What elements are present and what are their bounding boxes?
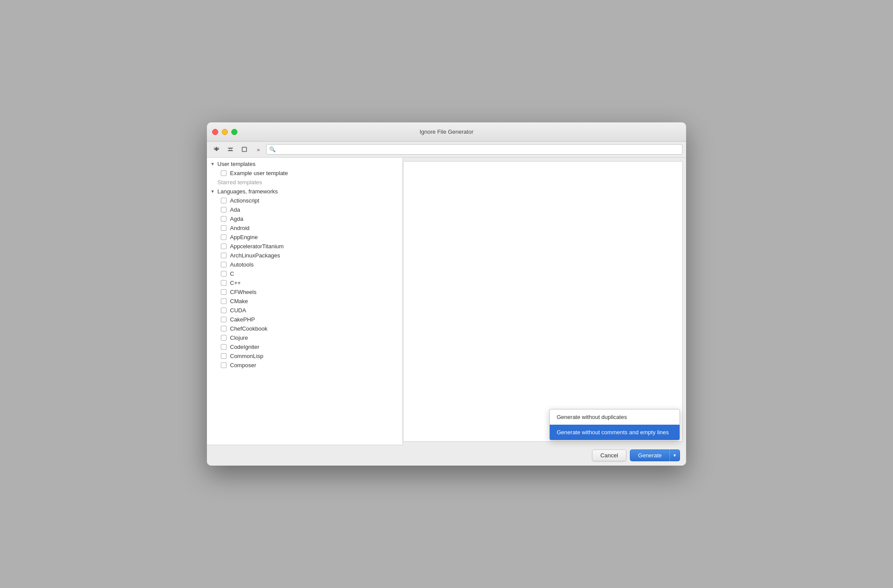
expand-all-button[interactable] [210, 145, 223, 154]
generate-arrow-button[interactable]: ▾ [670, 449, 680, 461]
footer: Cancel Generate ▾ [207, 445, 686, 466]
appceleratortitanium-label: AppceleratorTitanium [230, 243, 284, 250]
starred-templates-label: Starred templates [207, 178, 403, 187]
user-templates-label: User templates [217, 161, 255, 167]
left-panel: ▼ User templates Example user template S… [207, 158, 403, 445]
android-item[interactable]: Android [207, 223, 403, 233]
title-bar: Ignore File Generator [207, 122, 686, 142]
languages-frameworks-group[interactable]: ▼ Languages, frameworks [207, 187, 403, 196]
actionscript-label: Actionscript [230, 197, 259, 204]
minimize-button[interactable] [222, 129, 228, 135]
svg-rect-5 [242, 147, 247, 152]
cpp-label: C++ [230, 280, 241, 286]
generate-group: Generate ▾ [630, 449, 680, 461]
ada-item[interactable]: Ada [207, 205, 403, 214]
generate-button[interactable]: Generate [630, 449, 670, 461]
user-templates-triangle: ▼ [210, 162, 216, 166]
actionscript-checkbox[interactable] [221, 198, 227, 203]
agda-item[interactable]: Agda [207, 214, 403, 223]
composer-item[interactable]: Composer [207, 361, 403, 370]
archlinuxpackages-checkbox[interactable] [221, 253, 227, 258]
cmake-item[interactable]: CMake [207, 297, 403, 306]
autotools-label: Autotools [230, 261, 254, 268]
main-window: Ignore File Generator [207, 122, 686, 466]
chefcookbook-checkbox[interactable] [221, 326, 227, 331]
commonlisp-item[interactable]: CommonLisp [207, 351, 403, 361]
tree-section: ▼ User templates Example user template S… [207, 158, 403, 372]
cfwheels-item[interactable]: CFWheels [207, 287, 403, 297]
cakephp-checkbox[interactable] [221, 317, 227, 322]
close-button[interactable] [212, 129, 218, 135]
codeigniter-item[interactable]: CodeIgniter [207, 342, 403, 351]
cakephp-item[interactable]: CakePHP [207, 315, 403, 324]
appceleratortitanium-checkbox[interactable] [221, 243, 227, 249]
generate-arrow-icon: ▾ [673, 453, 676, 458]
ada-label: Ada [230, 206, 240, 213]
cpp-checkbox[interactable] [221, 280, 227, 286]
example-user-template-item[interactable]: Example user template [207, 169, 403, 178]
traffic-lights [212, 129, 237, 135]
clojure-checkbox[interactable] [221, 335, 227, 341]
languages-label: Languages, frameworks [217, 188, 278, 195]
generate-without-duplicates-item[interactable]: Generate without duplicates [550, 409, 680, 425]
languages-triangle: ▼ [210, 189, 216, 194]
chefcookbook-item[interactable]: ChefCookbook [207, 324, 403, 333]
android-checkbox[interactable] [221, 225, 227, 231]
appengine-checkbox[interactable] [221, 234, 227, 240]
c-label: C [230, 270, 234, 277]
android-label: Android [230, 225, 250, 231]
agda-checkbox[interactable] [221, 216, 227, 222]
search-icon: 🔍 [269, 146, 276, 152]
actionscript-item[interactable]: Actionscript [207, 196, 403, 205]
appceleratortitanium-item[interactable]: AppceleratorTitanium [207, 242, 403, 251]
example-user-template-label: Example user template [230, 170, 288, 176]
chefcookbook-label: ChefCookbook [230, 325, 267, 332]
cuda-label: CUDA [230, 307, 246, 314]
right-panel [403, 161, 683, 442]
codeigniter-checkbox[interactable] [221, 344, 227, 350]
composer-label: Composer [230, 362, 256, 368]
autotools-checkbox[interactable] [221, 262, 227, 267]
cfwheels-checkbox[interactable] [221, 289, 227, 295]
agda-label: Agda [230, 216, 243, 222]
commonlisp-checkbox[interactable] [221, 353, 227, 359]
codeigniter-label: CodeIgniter [230, 344, 259, 350]
appengine-label: AppEngine [230, 234, 258, 240]
cmake-checkbox[interactable] [221, 298, 227, 304]
cmake-label: CMake [230, 298, 248, 304]
generate-dropdown-menu: Generate without duplicates Generate wit… [549, 409, 680, 440]
window-title: Ignore File Generator [419, 128, 474, 135]
generate-without-comments-label: Generate without comments and empty line… [557, 429, 669, 436]
more-button[interactable]: » [252, 145, 264, 154]
autotools-item[interactable]: Autotools [207, 260, 403, 269]
archlinuxpackages-label: ArchLinuxPackages [230, 252, 280, 259]
archlinuxpackages-item[interactable]: ArchLinuxPackages [207, 251, 403, 260]
cancel-button[interactable]: Cancel [592, 449, 626, 461]
user-templates-group[interactable]: ▼ User templates [207, 159, 403, 169]
generate-without-duplicates-label: Generate without duplicates [557, 414, 627, 420]
clear-button[interactable] [238, 145, 250, 154]
composer-checkbox[interactable] [221, 362, 227, 368]
toolbar: » 🔍 [207, 142, 686, 158]
commonlisp-label: CommonLisp [230, 353, 264, 359]
window-body: » 🔍 ▼ User templates Exampl [207, 142, 686, 466]
cfwheels-label: CFWheels [230, 289, 257, 295]
search-box: 🔍 [266, 144, 683, 155]
c-checkbox[interactable] [221, 271, 227, 277]
ada-checkbox[interactable] [221, 207, 227, 213]
main-content: ▼ User templates Example user template S… [207, 158, 686, 445]
cuda-checkbox[interactable] [221, 308, 227, 313]
cakephp-label: CakePHP [230, 316, 255, 323]
collapse-all-button[interactable] [224, 145, 237, 154]
example-user-template-checkbox[interactable] [221, 170, 227, 176]
cpp-item[interactable]: C++ [207, 278, 403, 287]
generate-without-comments-item[interactable]: Generate without comments and empty line… [550, 425, 680, 440]
clojure-label: Clojure [230, 335, 248, 341]
search-input[interactable] [277, 146, 680, 153]
cuda-item[interactable]: CUDA [207, 306, 403, 315]
clojure-item[interactable]: Clojure [207, 333, 403, 342]
appengine-item[interactable]: AppEngine [207, 233, 403, 242]
maximize-button[interactable] [231, 129, 237, 135]
c-item[interactable]: C [207, 269, 403, 278]
